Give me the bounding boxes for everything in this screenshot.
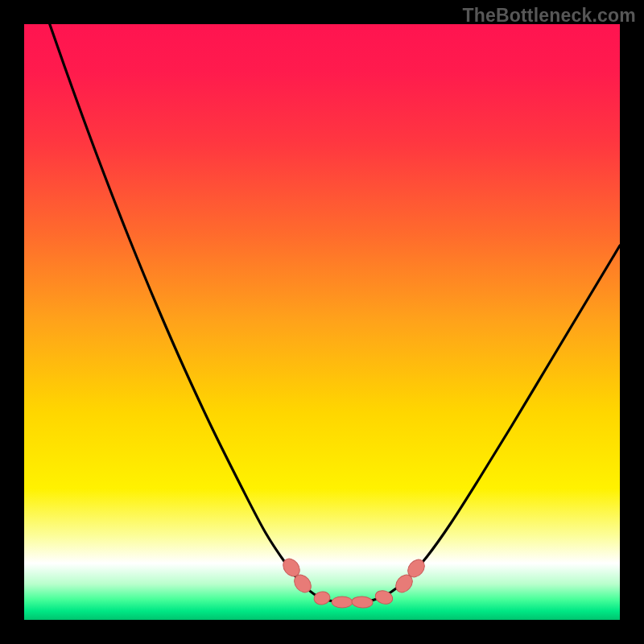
plot-area (24, 24, 620, 620)
curve-marker (332, 597, 353, 608)
watermark-text: TheBottleneck.com (462, 5, 636, 27)
chart-curve (24, 24, 620, 620)
curve-marker (352, 596, 374, 608)
curve-marker (313, 590, 331, 605)
